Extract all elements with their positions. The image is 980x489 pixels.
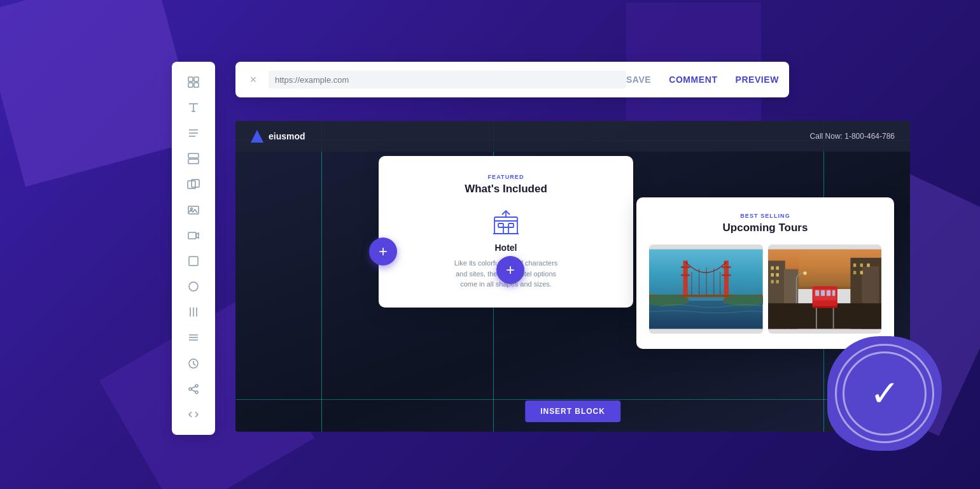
svg-rect-27 — [722, 266, 731, 268]
svg-rect-28 — [722, 274, 731, 276]
svg-rect-40 — [771, 266, 773, 269]
svg-rect-59 — [821, 290, 825, 296]
featured-label: FEATURED — [394, 174, 618, 180]
svg-rect-65 — [799, 250, 850, 287]
comment-button[interactable]: COMMENT — [669, 72, 717, 87]
toolbar: × SAVE COMMENT PREVIEW — [235, 62, 789, 97]
svg-rect-2 — [188, 83, 193, 87]
best-selling-label: BEST SELLING — [649, 213, 881, 219]
hotel-label: Hotel — [394, 243, 618, 253]
layout-icon[interactable] — [182, 72, 205, 92]
box-icon[interactable] — [182, 251, 205, 271]
logo-text: eiusmod — [269, 131, 305, 141]
image-icon[interactable] — [182, 200, 205, 220]
grid-line-h2 — [235, 399, 910, 400]
upcoming-tours-title: Upcoming Tours — [649, 222, 881, 234]
svg-point-16 — [195, 391, 198, 393]
svg-rect-58 — [815, 290, 819, 296]
save-button[interactable]: SAVE — [626, 72, 651, 87]
text-icon[interactable] — [182, 97, 205, 118]
canvas-phone: Call Now: 1-800-464-786 — [810, 132, 895, 141]
svg-rect-60 — [826, 290, 830, 296]
svg-point-15 — [189, 388, 192, 390]
canvas-logo: eiusmod — [251, 130, 305, 143]
svg-rect-11 — [189, 257, 198, 266]
code-icon[interactable] — [182, 404, 205, 425]
toolbar-actions: SAVE COMMENT PREVIEW — [626, 72, 779, 87]
svg-rect-3 — [194, 83, 199, 87]
svg-rect-18 — [498, 223, 503, 227]
svg-rect-1 — [194, 77, 199, 82]
canvas-header: eiusmod Call Now: 1-800-464-786 — [235, 121, 910, 152]
url-input[interactable] — [269, 71, 626, 89]
sidebar — [172, 62, 215, 435]
check-badge: ✓ — [827, 336, 942, 451]
svg-rect-0 — [188, 77, 193, 82]
svg-rect-19 — [508, 223, 514, 227]
svg-rect-4 — [188, 153, 199, 158]
svg-rect-52 — [860, 271, 862, 274]
video-icon[interactable] — [182, 225, 205, 246]
logo-icon — [251, 130, 263, 143]
svg-rect-61 — [832, 290, 834, 296]
svg-rect-51 — [853, 271, 855, 274]
circle-icon[interactable] — [182, 276, 205, 297]
check-badge-background: ✓ — [827, 336, 942, 451]
canvas: eiusmod Call Now: 1-800-464-786 + FEATUR… — [235, 121, 910, 432]
card-upcoming-tours: BEST SELLING Upcoming Tours — [636, 197, 894, 349]
hotel-icon — [394, 208, 618, 236]
bg-shape-1 — [0, 0, 263, 250]
card-whats-included-title: What's Included — [394, 183, 618, 195]
svg-rect-21 — [649, 250, 763, 301]
city-street-image — [768, 244, 882, 334]
svg-rect-48 — [853, 264, 855, 267]
svg-rect-25 — [681, 266, 690, 268]
golden-gate-image — [649, 244, 763, 334]
svg-rect-42 — [771, 273, 773, 276]
svg-rect-26 — [681, 274, 690, 276]
divider-icon[interactable] — [182, 327, 205, 348]
svg-rect-41 — [776, 266, 778, 269]
svg-rect-62 — [812, 306, 837, 308]
svg-rect-50 — [867, 264, 869, 267]
grid-icon[interactable] — [182, 148, 205, 169]
svg-rect-44 — [771, 280, 773, 283]
grid-line-v1 — [321, 121, 322, 432]
svg-rect-45 — [776, 280, 778, 283]
close-button[interactable]: × — [246, 72, 261, 87]
card-whats-included: FEATURED What's Included Hotel Like its … — [379, 156, 633, 308]
columns-icon[interactable] — [182, 302, 205, 322]
social-icon[interactable] — [182, 379, 205, 399]
svg-rect-49 — [860, 264, 862, 267]
align-icon[interactable] — [182, 123, 205, 143]
clock-icon[interactable] — [182, 353, 205, 374]
media-group-icon[interactable] — [182, 174, 205, 195]
svg-point-12 — [189, 282, 198, 291]
svg-rect-43 — [776, 273, 778, 276]
svg-rect-10 — [188, 232, 196, 239]
svg-rect-20 — [503, 227, 508, 234]
insert-block-button[interactable]: INSERT BLOCK — [525, 400, 620, 422]
check-mark-icon: ✓ — [870, 376, 900, 411]
add-block-center-button[interactable]: + — [496, 256, 524, 284]
svg-rect-5 — [188, 159, 199, 164]
preview-button[interactable]: PREVIEW — [736, 72, 780, 87]
tour-images — [649, 244, 881, 334]
svg-point-14 — [195, 385, 198, 387]
add-block-left-button[interactable]: + — [369, 237, 397, 266]
